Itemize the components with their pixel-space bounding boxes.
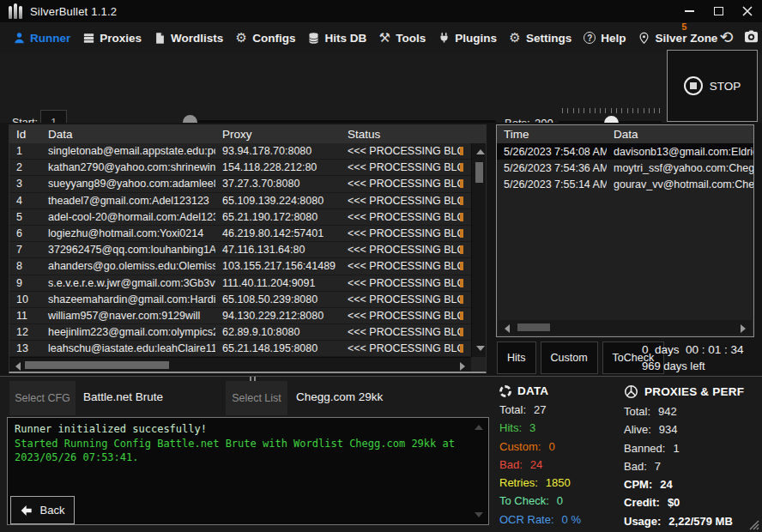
stat-item: Credit:$0 [624,496,744,514]
hits-table: Time Data 5/26/2023 7:54:08 AM davisonb1… [496,124,754,337]
tab-custom[interactable]: Custom [541,342,598,374]
table-row[interactable]: 9 s.e.v.e.r.e.w.jwr@gmail.com:3Gb3vw 111… [9,275,471,292]
stop-button[interactable]: STOP [667,50,758,122]
log-line: Runner initialized succesfully! [15,422,481,437]
horizontal-scrollbar[interactable] [499,320,752,335]
nav-item-hits-db[interactable]: Hits DB [307,31,367,45]
tab-hits[interactable]: Hits [497,342,536,374]
nav-item-silver-zone[interactable]: Silver Zone 5 [638,31,718,45]
resize-grip[interactable] [748,518,759,529]
stat-item: Total:27 [499,403,581,421]
table-row[interactable]: 3 sueyyang89@yahoo.com:adamlee8 37.27.3.… [9,176,471,192]
elapsed-time: 0 days 00 : 01 : 34 [642,343,744,356]
table-row[interactable]: 6 logiezhu@hotmail.com:Yoxi0214 46.219.8… [9,226,471,242]
run-data-table: Id Data Proxy Status 1 singletonab@email… [9,124,487,373]
slider-ticks [562,108,660,113]
stat-item: Retries:1850 [499,476,581,494]
stat-item: CPM:24 [624,478,744,496]
log-console[interactable]: Runner initialized succesfully! Started … [7,417,489,525]
vertical-scrollbar[interactable] [471,143,486,357]
selected-config-name: Battle.net Brute [83,390,163,403]
tools-icon: ⚒ [378,31,391,45]
scrollbar-thumb[interactable] [517,323,550,331]
nav-item-wordlists[interactable]: Wordlists [153,31,223,45]
nav-item-help[interactable]: ? Help [583,31,626,45]
nav-item-settings[interactable]: ⚙ Settings [508,31,572,45]
select-cfg-button[interactable]: Select CFG [9,381,76,415]
screenshot-button[interactable] [742,29,759,46]
scroll-left-icon[interactable] [505,324,510,333]
table-row[interactable]: 10 shazeemahardin@gmail.com:Hardir 65.10… [9,292,471,308]
person-icon [12,31,26,45]
table-row[interactable]: 13 leahschu@iastate.edu:leahClaire11 65.… [9,341,471,357]
nav-item-configs[interactable]: ⚙ Configs [234,31,295,45]
stat-item: Banned:1 [624,442,744,460]
hit-row[interactable]: 5/26/2023 7:55:14 AM gourav_vv@hotmail.c… [497,176,753,192]
stop-icon [684,76,703,95]
scroll-right-icon[interactable] [741,324,746,333]
runtime-timer: 0 days 00 : 01 : 34 969 days left [642,343,744,372]
maximize-button[interactable] [704,0,733,22]
runner-controls: Start: Bots: 200 Prog: 27 / 29314694 ( 0… [0,53,762,123]
table-header: Time Data [497,125,753,143]
hit-row[interactable]: 5/26/2023 7:54:36 AM moytri_ssf@yahoo.co… [497,160,753,176]
notification-badge: 5 [681,21,686,32]
table-row[interactable]: 5 adel-cool-20@hormail.com:Adel123 65.21… [9,209,471,226]
server-icon [82,31,95,45]
data-ring-icon [499,385,511,397]
nav-item-proxies[interactable]: Proxies [82,31,142,45]
helm-icon [624,384,638,399]
log-line: Started Running Config Battle.net Brute … [15,437,481,451]
table-row[interactable]: 7 372962475@qq.com:louhanbing1A 47.116.1… [9,242,471,258]
selected-wordlist-name: Chegg.com 29kk [296,390,383,403]
nav-item-tools[interactable]: ⚒ Tools [378,31,426,45]
window-title: SilverBullet 1.1.2 [30,5,117,18]
file-icon [153,31,166,45]
plug-icon [437,31,451,45]
table-row[interactable]: 1 singletonab@email.appstate.edu:pc 93.9… [9,143,471,160]
silverbullet-logo-icon [9,3,22,19]
proxies-stats-panel: PROXIES & PERF Total:942 Alive:934 Banne… [624,384,744,532]
stat-item: Bad:7 [624,460,744,478]
hit-row[interactable]: 5/26/2023 7:54:08 AM davisonb13@gmail.co… [497,143,753,160]
gear-icon: ⚙ [508,31,522,45]
scroll-up-icon[interactable] [475,425,483,430]
close-button[interactable] [733,0,762,22]
nav-item-runner[interactable]: Runner [12,31,70,45]
scrollbar-thumb[interactable] [25,361,169,369]
table-header: Id Data Proxy Status [9,125,486,143]
stat-item: To Check:0 [499,494,581,512]
titlebar: SilverBullet 1.1.2 [0,0,762,22]
app-window: SilverBullet 1.1.2 Runner Proxies [0,0,762,532]
help-icon: ? [583,31,596,45]
nav-item-plugins[interactable]: Plugins [437,31,497,45]
horizontal-scrollbar[interactable] [9,357,471,372]
history-button[interactable]: ⟲ [717,29,735,46]
scroll-left-icon[interactable] [15,362,21,371]
scroll-down-icon[interactable] [475,512,483,517]
tables-section: Id Data Proxy Status 1 singletonab@email… [0,123,762,376]
stat-item: Total:942 [624,405,744,423]
stat-item: Hits:3 [499,421,581,439]
gear-icon: ⚙ [234,31,248,45]
scroll-right-icon[interactable] [460,362,465,371]
stat-item: Custom:0 [499,440,581,458]
stat-item: Alive:934 [624,423,744,441]
table-row[interactable]: 8 ahanders@go.olemiss.edu:Olemiss1 103.1… [9,258,471,275]
table-row[interactable]: 11 william957@naver.com:9129will 94.130.… [9,308,471,324]
data-stats-panel: DATA Total:27 Hits:3 Custom:0 [499,384,581,531]
table-row[interactable]: 4 theadel7@gmail.com:Adel123123 65.109.1… [9,193,471,209]
stat-item: Usage:2,22/579 MB [624,515,744,532]
bottom-section: Runner initialized succesfully! Started … [0,415,762,532]
scrollbar-thumb[interactable] [475,162,483,183]
minimize-button[interactable] [674,0,704,22]
back-arrow-icon [21,505,34,517]
stat-item: Bad:24 [499,458,581,476]
table-row[interactable]: 2 kathan2790@yahoo.com:shrinewine 154.11… [9,160,471,176]
select-list-button[interactable]: Select List [226,381,287,415]
camera-icon [743,28,759,48]
scroll-down-icon[interactable] [476,346,485,351]
table-row[interactable]: 12 heejinlim223@gmail.com:olympics2 62.8… [9,324,471,341]
scroll-up-icon[interactable] [476,149,485,154]
back-button[interactable]: Back [10,496,75,524]
